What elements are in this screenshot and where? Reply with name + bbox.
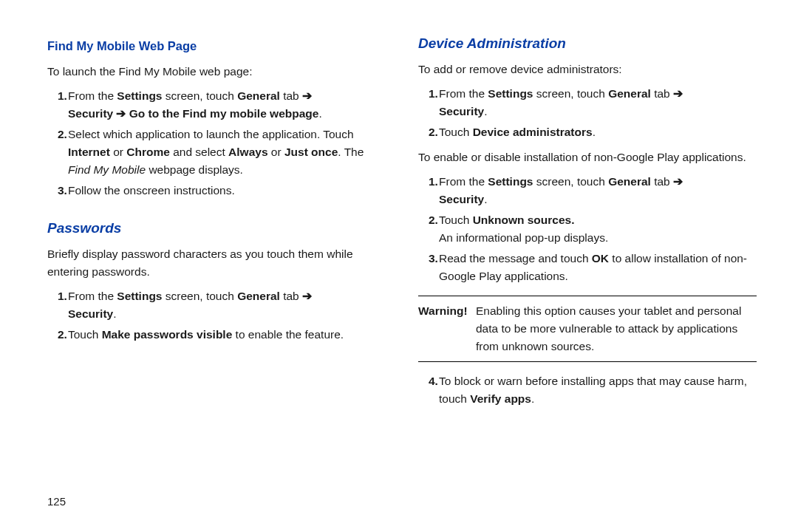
step-number: 1. bbox=[47, 287, 68, 323]
intro-find-my-mobile: To launch the Find My Mobile web page: bbox=[47, 63, 386, 81]
warning-block: Warning! Enabling this option causes you… bbox=[418, 302, 757, 355]
step-body: From the Settings screen, touch General … bbox=[68, 287, 386, 323]
page-number: 125 bbox=[47, 478, 386, 510]
step-number: 3. bbox=[47, 182, 68, 200]
intro-passwords: Briefly display password characters as y… bbox=[47, 245, 386, 281]
left-column: Find My Mobile Web Page To launch the Fi… bbox=[47, 33, 386, 510]
step-body: From the Settings screen, touch General … bbox=[439, 85, 757, 120]
list-item: 1. From the Settings screen, touch Gener… bbox=[47, 287, 386, 323]
intro-device-admin: To add or remove device administrators: bbox=[418, 61, 757, 78]
step-body: Follow the onscreen instructions. bbox=[68, 182, 386, 200]
step-body: To block or warn before installing apps … bbox=[439, 372, 757, 408]
step-number: 4. bbox=[418, 372, 439, 408]
list-item: 4. To block or warn before installing ap… bbox=[418, 372, 757, 408]
step-body: From the Settings screen, touch General … bbox=[68, 87, 386, 123]
intro-unknown-sources: To enable or disable installation of non… bbox=[418, 149, 757, 166]
divider bbox=[418, 361, 757, 362]
list-item: 2. Touch Make passwords visible to enabl… bbox=[47, 326, 386, 344]
warning-text: Enabling this option causes your tablet … bbox=[476, 302, 757, 355]
list-item: 2. Touch Device administrators. bbox=[418, 123, 757, 141]
steps-device-admin-2: 1. From the Settings screen, touch Gener… bbox=[418, 170, 757, 288]
heading-find-my-mobile: Find My Mobile Web Page bbox=[47, 37, 386, 56]
warning-label: Warning! bbox=[418, 302, 476, 355]
divider bbox=[418, 296, 757, 296]
arrow-icon: ➔ bbox=[673, 87, 683, 100]
step-body: From the Settings screen, touch General … bbox=[439, 173, 757, 208]
list-item: 1. From the Settings screen, touch Gener… bbox=[47, 87, 386, 123]
step-body: Touch Unknown sources. An informational … bbox=[439, 211, 757, 247]
step-number: 1. bbox=[47, 87, 68, 123]
list-item: 3. Read the message and touch OK to allo… bbox=[418, 250, 757, 285]
arrow-icon: ➔ bbox=[673, 175, 683, 188]
heading-passwords: Passwords bbox=[47, 217, 386, 239]
right-column: Device Administration To add or remove d… bbox=[418, 33, 757, 510]
step-number: 2. bbox=[47, 326, 68, 344]
steps-device-admin-3: 4. To block or warn before installing ap… bbox=[418, 369, 757, 411]
steps-device-admin-1: 1. From the Settings screen, touch Gener… bbox=[418, 82, 757, 144]
arrow-icon: ➔ bbox=[302, 290, 312, 302]
step-number: 2. bbox=[418, 211, 439, 247]
step-number: 1. bbox=[418, 85, 439, 120]
list-item: 2. Touch Unknown sources. An information… bbox=[418, 211, 757, 247]
step-body: Select which application to launch the a… bbox=[68, 126, 386, 179]
list-item: 3. Follow the onscreen instructions. bbox=[47, 182, 386, 200]
step-number: 1. bbox=[418, 173, 439, 208]
list-item: 1. From the Settings screen, touch Gener… bbox=[418, 173, 757, 208]
steps-find-my-mobile: 1. From the Settings screen, touch Gener… bbox=[47, 84, 386, 202]
heading-device-admin: Device Administration bbox=[418, 33, 757, 54]
arrow-icon: ➔ bbox=[302, 89, 312, 102]
step-number: 3. bbox=[418, 250, 439, 285]
step-number: 2. bbox=[47, 126, 68, 179]
list-item: 1. From the Settings screen, touch Gener… bbox=[418, 85, 757, 120]
step-body: Read the message and touch OK to allow i… bbox=[439, 250, 757, 285]
list-item: 2. Select which application to launch th… bbox=[47, 126, 386, 179]
step-body: Touch Device administrators. bbox=[439, 123, 757, 141]
step-body: Touch Make passwords visible to enable t… bbox=[68, 326, 386, 344]
step-number: 2. bbox=[418, 123, 439, 141]
steps-passwords: 1. From the Settings screen, touch Gener… bbox=[47, 284, 386, 347]
